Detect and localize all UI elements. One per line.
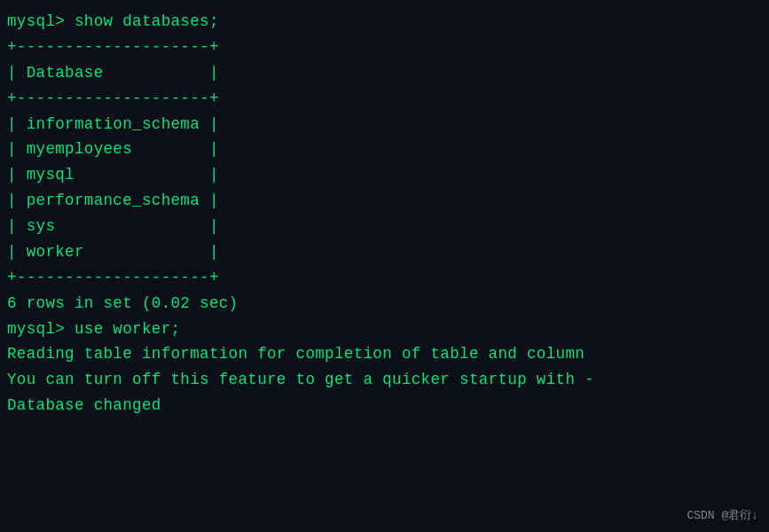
- terminal-line: 6 rows in set (0.02 sec): [7, 291, 762, 317]
- terminal-line: Reading table information for completion…: [7, 341, 762, 367]
- terminal-line: You can turn off this feature to get a q…: [7, 367, 762, 393]
- terminal-line: mysql> use worker;: [7, 317, 762, 342]
- terminal-line: +--------------------+: [7, 86, 762, 112]
- terminal-line: | sys |: [7, 214, 762, 239]
- terminal-line: | performance_schema |: [7, 188, 762, 214]
- terminal-line: | information_schema |: [7, 112, 762, 137]
- terminal-line: | worker |: [7, 239, 762, 265]
- terminal-line: mysql> show databases;: [7, 9, 762, 35]
- terminal-line: | Database |: [7, 60, 762, 86]
- watermark: CSDN @君衍↓: [687, 507, 758, 523]
- terminal-line: | myemployees |: [7, 137, 762, 162]
- terminal-window: mysql> show databases;+-----------------…: [0, 0, 769, 532]
- terminal-line: +--------------------+: [7, 265, 762, 291]
- terminal-line: | mysql |: [7, 162, 762, 188]
- terminal-line: Database changed: [7, 393, 762, 419]
- terminal-line: +--------------------+: [7, 35, 762, 60]
